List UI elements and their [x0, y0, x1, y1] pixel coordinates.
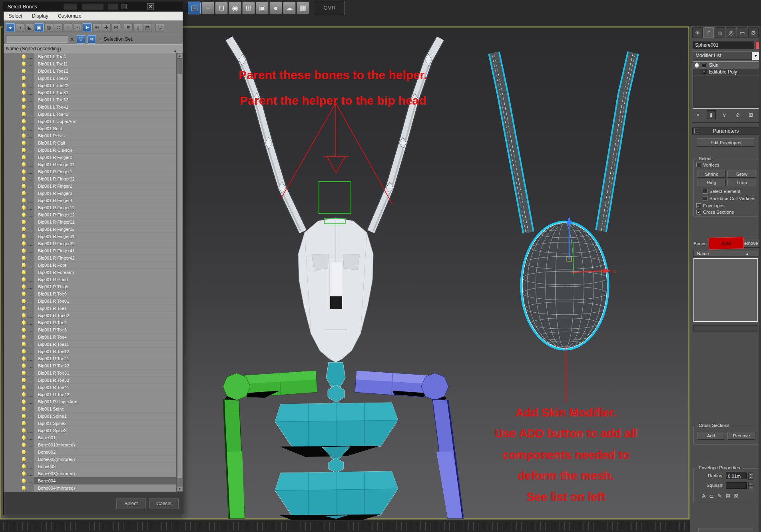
list-item[interactable]: Bip001 L Toe21: [4, 75, 183, 82]
tab-modify[interactable]: ◜: [703, 27, 714, 38]
bone-name[interactable]: Bip001 R Toe0: [34, 290, 176, 298]
material-editor-icon[interactable]: ◉: [229, 2, 241, 14]
dropdown-arrow-icon[interactable]: ▼: [752, 52, 760, 60]
rendered-frame-window-icon[interactable]: ▣: [256, 2, 269, 14]
list-item[interactable]: Bip001 L Toe41: [4, 103, 183, 111]
cancel-button[interactable]: Cancel: [149, 498, 179, 509]
list-item[interactable]: Bip001 R Toe41: [4, 384, 183, 391]
tab-motion[interactable]: ◎: [726, 27, 736, 38]
bone-name[interactable]: Bone001(mirrored): [34, 441, 176, 449]
collapse-icon[interactable]: −: [694, 129, 699, 133]
bone-name[interactable]: Bone002(mirrored): [34, 456, 176, 463]
bone-name[interactable]: Bip001 Neck: [34, 125, 176, 132]
tab-create[interactable]: ☀: [692, 27, 703, 38]
bone-name[interactable]: Bip001 Pelvis: [34, 132, 176, 139]
list-item[interactable]: Bip001 R Toe22: [4, 362, 183, 369]
panel-scroll-gutter[interactable]: [759, 26, 761, 532]
bone-name[interactable]: Bip001 L Toe42: [34, 111, 176, 118]
stack-item-editable-poly[interactable]: +Editable Poly: [693, 69, 760, 75]
list-item[interactable]: Bip001 Spine1: [4, 413, 183, 420]
close-icon[interactable]: ✕: [147, 3, 154, 10]
bone-horn-left[interactable]: [229, 38, 303, 232]
display-columns-icon[interactable]: ▤: [143, 23, 152, 32]
filter-funnel-toggle[interactable]: ▽: [77, 35, 85, 44]
list-item[interactable]: Bip001 R Finger01: [4, 161, 183, 168]
modifier-bulb-icon[interactable]: [695, 63, 699, 67]
bone-name[interactable]: Bip001 L Toe11: [34, 60, 176, 67]
filter-spacewarps-icon[interactable]: ∷: [54, 23, 63, 32]
list-item[interactable]: Bip001 L UpperArm: [4, 118, 183, 125]
bone-name[interactable]: Bip001 L Toe4: [34, 53, 176, 60]
squash-field[interactable]: [726, 482, 747, 489]
list-item[interactable]: Bone004: [4, 477, 183, 484]
list-item[interactable]: Bip001 R Toe11: [4, 341, 183, 348]
bone-name[interactable]: Bone002: [34, 449, 176, 456]
filter-frozen-icon[interactable]: ⊠: [112, 23, 120, 32]
list-item[interactable]: Bip001 R Toe31: [4, 369, 183, 377]
configure-modifier-sets-icon[interactable]: ⊞: [746, 110, 755, 119]
list-item[interactable]: Bip001 Spine2: [4, 420, 183, 427]
squash-spinner[interactable]: ▴▾: [748, 482, 753, 489]
bones-name-header[interactable]: Name ▲: [693, 251, 758, 257]
radius-spinner[interactable]: ▴▾: [748, 472, 753, 480]
bone-name[interactable]: Bip001 R Toe3: [34, 326, 176, 333]
list-item[interactable]: Bip001 R Toe1: [4, 305, 183, 312]
list-item[interactable]: Bip001 R Toe32: [4, 377, 183, 384]
list-item[interactable]: Bip001 L Toe42: [4, 111, 183, 118]
list-item[interactable]: Bip001 Neck: [4, 125, 183, 132]
bone-name[interactable]: Bip001 R Toe4: [34, 333, 176, 341]
sphere001-egg[interactable]: [521, 222, 608, 349]
bone-name[interactable]: Bip001 L Toe41: [34, 103, 176, 111]
list-item[interactable]: Bip001 R Finger32: [4, 240, 183, 247]
select-element-checkbox[interactable]: ✓Select Element: [703, 189, 740, 194]
shrink-button[interactable]: Shrink: [697, 171, 726, 178]
list-item[interactable]: Bip001 L Toe32: [4, 96, 183, 103]
filter-points-icon[interactable]: ✚: [102, 23, 111, 32]
list-item[interactable]: Bip001 R Finger2: [4, 183, 183, 190]
copy-envelope-icon[interactable]: ⊞: [726, 493, 731, 499]
bone-name[interactable]: Bip001 L Toe32: [34, 96, 176, 103]
menu-customize[interactable]: Customize: [53, 13, 86, 19]
list-item[interactable]: Bip001 R Toe2: [4, 319, 183, 326]
dialog-titlebar[interactable]: Select Bones ✕: [4, 2, 183, 12]
list-item[interactable]: Bip001 R Finger3: [4, 190, 183, 197]
list-item[interactable]: Bone003(mirrored): [4, 470, 183, 477]
bone-name[interactable]: Bip001 R Finger41: [34, 247, 176, 254]
timeline-trackbar[interactable]: [0, 520, 690, 532]
list-item[interactable]: Bip001 R Finger42: [4, 254, 183, 262]
cross-remove-button[interactable]: Remove: [727, 432, 755, 440]
list-item[interactable]: Bip001 R Finger41: [4, 247, 183, 254]
curve-editor-icon[interactable]: ~: [201, 2, 214, 14]
filter-helpers-icon[interactable]: ◍: [44, 23, 53, 32]
tab-hierarchy[interactable]: ⋔: [715, 27, 725, 38]
list-scrollbar[interactable]: ▲ ▼: [176, 53, 182, 492]
list-item[interactable]: Bip001 L Toe11: [4, 60, 183, 67]
list-item[interactable]: Bip001 Spine: [4, 405, 183, 413]
bone-name[interactable]: Bip001 Spine1: [34, 413, 176, 420]
bone-name[interactable]: Bip001 R Toe22: [34, 362, 176, 369]
bone-name[interactable]: Bip001 R Hand: [34, 276, 176, 283]
bone-name[interactable]: Bip001 R Finger22: [34, 226, 176, 233]
display-page-icon[interactable]: ▯: [133, 23, 142, 32]
list-item[interactable]: Bip001 R Toe21: [4, 355, 183, 362]
ovr-button[interactable]: OVR: [315, 1, 345, 15]
ring-button[interactable]: Ring: [697, 179, 726, 186]
paint-icon[interactable]: ✎: [717, 493, 722, 499]
scroll-up-icon[interactable]: ▲: [177, 53, 182, 59]
bone-name[interactable]: Bip001 R Clavicle: [34, 147, 176, 154]
list-item[interactable]: Bone001(mirrored): [4, 441, 183, 449]
modifier-stack[interactable]: +Skin+Editable Poly: [693, 62, 761, 109]
list-item[interactable]: Bone002(mirrored): [4, 456, 183, 463]
sphere001-horn-left[interactable]: [492, 53, 528, 232]
vertices-checkbox[interactable]: ✓Vertices: [696, 163, 719, 167]
bone-name[interactable]: Bip001 R Finger01: [34, 161, 176, 168]
list-item[interactable]: Bip001 R Finger11: [4, 204, 183, 211]
list-item[interactable]: Bone003: [4, 463, 183, 470]
menu-select[interactable]: Select: [4, 13, 27, 19]
list-column-header[interactable]: Name (Sorted Ascending) ▲: [4, 44, 183, 53]
list-item[interactable]: Bip001 R UpperArm: [4, 398, 183, 405]
cross-sections-checkbox[interactable]: ✓Cross Sections: [696, 210, 734, 214]
bone-name[interactable]: Bip001 R Toe31: [34, 369, 176, 377]
bone-name[interactable]: Bip001 Spine2: [34, 420, 176, 427]
bone-name[interactable]: Bip001 Spine3: [34, 427, 176, 434]
